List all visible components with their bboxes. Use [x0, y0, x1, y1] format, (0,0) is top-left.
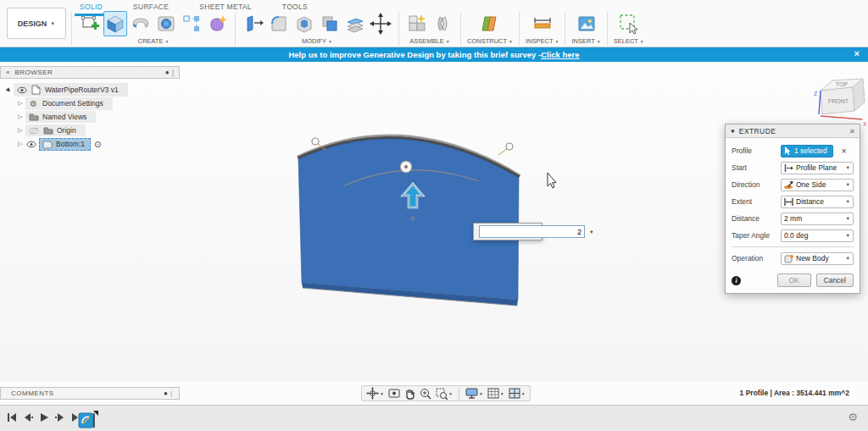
modify-group-label[interactable]: MODIFY ▼ — [302, 37, 332, 45]
profile-selected-button[interactable]: 1 selected — [781, 145, 833, 157]
create-sketch-button[interactable] — [78, 11, 102, 36]
create-sketch-icon — [80, 14, 100, 34]
dialog-pin-icon[interactable]: » — [849, 126, 854, 135]
expand-triangle-icon[interactable]: ▷ — [15, 127, 25, 134]
timeline-settings-gear-icon[interactable]: ⚙ — [848, 411, 858, 423]
go-to-start-button[interactable] — [7, 412, 17, 423]
extrude-dialog-header[interactable]: ● EXTRUDE » — [726, 124, 860, 138]
root-row-body[interactable]: WaterPipeRouterV3 v1 — [14, 83, 128, 97]
direction-dropdown[interactable]: One Side ▼ — [781, 179, 854, 191]
right-extent-handle[interactable] — [506, 143, 513, 150]
create-form-button[interactable] — [205, 11, 229, 36]
fillet-button[interactable] — [267, 11, 291, 36]
taper-angle-input[interactable]: 0.0 deg ▼ — [781, 229, 854, 242]
press-pull-button[interactable] — [242, 11, 265, 36]
expand-triangle-icon[interactable]: ▷ — [15, 113, 25, 120]
dimension-value-input[interactable] — [479, 225, 585, 238]
select-button[interactable] — [617, 11, 641, 36]
profile-row: Profile 1 selected × — [732, 142, 854, 159]
row-body[interactable]: Origin — [25, 124, 86, 136]
left-extent-handle[interactable] — [312, 138, 319, 145]
eye-icon[interactable] — [25, 141, 36, 148]
operation-dropdown[interactable]: New Body ▼ — [781, 252, 854, 265]
measure-button[interactable] — [531, 11, 554, 36]
distance-input[interactable]: 2 mm ▼ — [781, 213, 854, 225]
panel-options-icon[interactable]: ● — [164, 390, 168, 397]
row-body[interactable]: Named Views — [25, 111, 96, 123]
timeline-sketch-feature[interactable] — [78, 411, 95, 428]
zoom-button[interactable] — [420, 388, 431, 400]
browser-header[interactable]: « BROWSER ● | — [0, 66, 180, 79]
chevron-down-icon[interactable]: ▼ — [587, 229, 595, 235]
sketch-point[interactable] — [410, 216, 415, 221]
move-copy-button[interactable] — [369, 11, 392, 36]
tree-row-root[interactable]: ▼ WaterPipeRouterV3 v1 — [3, 83, 180, 97]
info-icon[interactable]: i — [732, 276, 741, 285]
tree-row-origin[interactable]: ▷ Origin — [3, 124, 180, 137]
insert-group-label[interactable]: INSERT ▼ — [571, 37, 600, 45]
construct-plane-button[interactable] — [478, 11, 502, 36]
extent-dropdown[interactable]: Distance ▼ — [781, 196, 854, 208]
chevron-down-icon[interactable]: ▼ — [479, 391, 483, 396]
press-pull-icon — [243, 14, 264, 34]
cancel-button[interactable]: Cancel — [816, 274, 854, 287]
collapse-icon[interactable]: « — [6, 69, 9, 76]
selected-body-row[interactable]: Bottom:1 — [39, 138, 91, 151]
eye-icon[interactable] — [16, 86, 27, 94]
pattern-button[interactable] — [180, 11, 203, 36]
assemble-group-label[interactable]: ASSEMBLE ▼ — [409, 37, 449, 45]
panel-options-icon[interactable]: ● — [165, 69, 170, 76]
shell-button[interactable] — [292, 11, 316, 36]
tree-row-document-settings[interactable]: ▷ ⚙ Document Settings — [3, 97, 180, 110]
viewport[interactable]: « BROWSER ● | ▼ WaterPipeRouterV3 v1 ▷ — [0, 62, 868, 381]
close-icon[interactable]: × — [854, 48, 860, 58]
chevron-down-icon[interactable]: ▼ — [380, 391, 384, 396]
row-body[interactable]: ⚙ Document Settings — [25, 97, 113, 110]
select-group-label[interactable]: SELECT ▼ — [614, 37, 644, 45]
display-settings-icon — [465, 388, 478, 399]
revolve-button[interactable] — [129, 11, 153, 36]
design-menu-button[interactable]: DESIGN ▼ — [7, 8, 66, 39]
banner-link[interactable]: Click here — [541, 50, 579, 59]
chevron-down-icon: ▼ — [846, 182, 850, 187]
step-forward-button[interactable] — [55, 412, 65, 423]
construct-group-label[interactable]: CONSTRUCT ▼ — [467, 37, 513, 45]
chevron-down-icon[interactable]: ▼ — [448, 391, 453, 396]
look-at-button[interactable] — [388, 388, 400, 399]
display-settings-button[interactable]: ▼ — [465, 388, 483, 399]
grid-snap-button[interactable]: ▼ — [487, 388, 504, 399]
comments-panel-header[interactable]: COMMENTS ● | — [0, 387, 180, 400]
orbit-button[interactable]: ▼ — [366, 387, 384, 400]
step-back-button[interactable] — [23, 412, 33, 423]
panel-resize-handle[interactable]: | — [170, 390, 172, 397]
mouse-cursor — [548, 173, 556, 188]
chevron-down-icon[interactable]: ▼ — [500, 391, 504, 396]
eye-hidden-icon[interactable] — [28, 127, 39, 135]
tree-row-bottom1[interactable]: ▷ Bottom:1 ⊙ — [3, 137, 180, 151]
insert-canvas-button[interactable] — [575, 11, 598, 36]
expand-triangle-icon[interactable]: ▷ — [15, 141, 25, 147]
start-dropdown[interactable]: Profile Plane ▼ — [781, 162, 854, 174]
measure-icon — [532, 14, 553, 34]
pan-button[interactable] — [404, 388, 415, 400]
clear-selection-icon[interactable]: × — [842, 146, 847, 156]
create-group-label[interactable]: CREATE ▼ — [138, 37, 170, 45]
folder-icon — [28, 113, 39, 121]
combine-button[interactable] — [318, 11, 342, 36]
inspect-group-label[interactable]: INSPECT ▼ — [526, 37, 559, 45]
chevron-down-icon[interactable]: ▼ — [521, 391, 526, 396]
new-component-button[interactable] — [405, 11, 429, 36]
play-button[interactable] — [39, 412, 49, 423]
joint-button[interactable] — [431, 11, 454, 36]
zoom-window-button[interactable]: ▼ — [436, 388, 453, 400]
offset-face-button[interactable] — [343, 11, 367, 36]
ok-button[interactable]: OK — [777, 274, 811, 287]
tree-row-named-views[interactable]: ▷ Named Views — [3, 110, 180, 124]
activate-component-radio[interactable]: ⊙ — [94, 140, 101, 149]
extrude-button[interactable] — [103, 11, 127, 36]
hole-button[interactable] — [154, 11, 178, 36]
viewcube[interactable]: TOP FRONT Z X — [804, 69, 868, 130]
panel-resize-handle[interactable]: | — [172, 69, 174, 77]
viewports-button[interactable]: ▼ — [509, 388, 526, 399]
expand-triangle-icon[interactable]: ▷ — [15, 100, 25, 107]
